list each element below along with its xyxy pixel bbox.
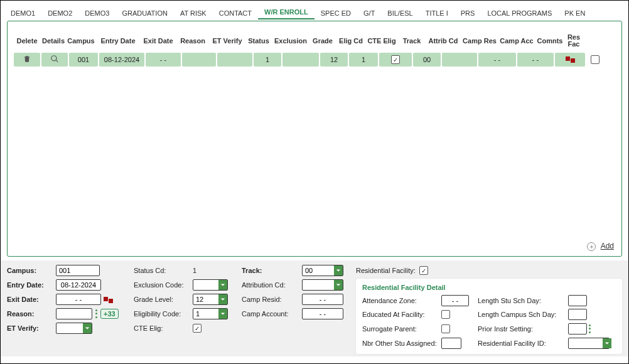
- entry-input[interactable]: [56, 279, 101, 291]
- delete-row-button[interactable]: [14, 53, 40, 67]
- form-area: Campus: Entry Date: Exit Date: Reason: E…: [1, 260, 628, 356]
- pis-input[interactable]: [568, 323, 587, 335]
- cte-checkbox[interactable]: ✓: [193, 324, 202, 333]
- cell-comments[interactable]: [555, 53, 585, 67]
- tab-graduation[interactable]: GRADUATION: [116, 6, 174, 19]
- lbl-exit: Exit Date:: [7, 296, 39, 303]
- cell-grade[interactable]: 12: [320, 53, 348, 67]
- enroll-panel: Delete Details Campus Entry Date Exit Da…: [7, 21, 622, 257]
- lbl-lsd: Length Stu Sch Day:: [478, 297, 563, 304]
- col-et-verify: ET Verify: [210, 33, 245, 49]
- campus-input[interactable]: [56, 265, 100, 276]
- col-exit: Exit Date: [141, 33, 176, 49]
- cacc-input[interactable]: [302, 308, 343, 319]
- reason-input[interactable]: [56, 308, 92, 319]
- comment-flag-icon: [566, 56, 575, 63]
- cell-cte[interactable]: ✓: [379, 53, 412, 67]
- tab-contact[interactable]: CONTACT: [213, 6, 258, 19]
- cell-camp-res[interactable]: - -: [478, 53, 516, 67]
- cell-etverify[interactable]: [217, 53, 252, 67]
- cell-camp-acc[interactable]: - -: [517, 53, 554, 67]
- status-value: 1: [193, 267, 196, 274]
- magnifier-icon: [50, 55, 59, 65]
- lsd-input[interactable]: [568, 295, 587, 306]
- no-input[interactable]: [441, 338, 461, 349]
- lbl-entry: Entry Date:: [7, 281, 44, 289]
- tab-prs[interactable]: PRS: [454, 6, 481, 19]
- tab-wr-enroll[interactable]: W/R ENROLL: [258, 4, 314, 19]
- tab-demo2[interactable]: DEMO2: [41, 6, 78, 19]
- tab-gt[interactable]: G/T: [357, 6, 381, 19]
- tab-spec-ed[interactable]: SPEC ED: [314, 6, 357, 19]
- sp-checkbox[interactable]: [441, 324, 450, 333]
- add-row-area: + Add: [587, 242, 614, 251]
- cell-entry[interactable]: 08-12-2024: [99, 53, 144, 67]
- cell-elig[interactable]: 1: [349, 53, 378, 67]
- lbl-pis: Prior Instr Setting:: [478, 325, 563, 333]
- rfid-dd[interactable]: [603, 338, 611, 348]
- cell-campus[interactable]: 001: [69, 53, 98, 67]
- tab-demo3[interactable]: DEMO3: [78, 6, 116, 19]
- etv-dd[interactable]: [83, 323, 92, 333]
- tab-demo1[interactable]: DEMO1: [4, 6, 41, 19]
- tab-bil-esl[interactable]: BIL/ESL: [381, 6, 419, 19]
- rf-detail-panel: Residential Facility Detail Attendance Z…: [356, 279, 622, 354]
- lbl-rfid: Residential Facility ID:: [478, 340, 563, 347]
- cell-track[interactable]: 00: [413, 53, 441, 67]
- col-cte: CTE Elig: [365, 33, 398, 49]
- cell-reason[interactable]: [182, 53, 216, 67]
- lcd-input[interactable]: [568, 309, 587, 320]
- details-row-button[interactable]: [41, 53, 68, 67]
- exit-flag-icon: [104, 297, 113, 303]
- col-reason: Reason: [176, 33, 210, 49]
- col-attrib: Attrib Cd: [426, 33, 461, 49]
- rf-checkbox[interactable]: ✓: [419, 266, 428, 275]
- tab-pk-en[interactable]: PK EN: [558, 6, 591, 19]
- az-input[interactable]: [441, 295, 469, 306]
- track-dd[interactable]: [334, 265, 343, 276]
- lbl-cacc: Camp Account:: [242, 310, 289, 318]
- cell-exclusion[interactable]: [282, 53, 319, 67]
- excl-dd[interactable]: [218, 280, 227, 290]
- cte-check-icon: ✓: [391, 55, 400, 64]
- ef-checkbox[interactable]: [441, 310, 450, 319]
- col-comments: Comnts: [535, 33, 565, 49]
- grade-dd[interactable]: [218, 294, 227, 304]
- res-fac-checkbox[interactable]: [591, 55, 599, 64]
- add-link[interactable]: Add: [601, 242, 614, 250]
- attr-dd[interactable]: [334, 280, 343, 290]
- lbl-campus: Campus:: [7, 267, 36, 274]
- cres-input[interactable]: [302, 294, 343, 305]
- plus-icon[interactable]: +: [587, 242, 596, 251]
- col-status: Status: [245, 33, 272, 49]
- lbl-elig: Eligibility Code:: [134, 310, 181, 318]
- col-exclusion: Exclusion: [272, 33, 309, 49]
- tab-title-i[interactable]: TITLE I: [419, 6, 454, 19]
- cell-attrib[interactable]: [442, 53, 477, 67]
- lbl-etv: ET Verify:: [7, 324, 39, 332]
- grid-header: Delete Details Campus Entry Date Exit Da…: [8, 21, 621, 53]
- lbl-attr: Attribution Cd:: [242, 281, 286, 289]
- lbl-status: Status Cd:: [134, 267, 166, 274]
- pis-more-icon[interactable]: [588, 324, 591, 334]
- trash-icon: [23, 55, 31, 65]
- lbl-track: Track:: [242, 267, 262, 274]
- lbl-reason: Reason:: [7, 310, 34, 318]
- col-camp-acc: Camp Acc: [498, 33, 535, 49]
- grid-row: 001 08-12-2024 - - 1 12 1 ✓ 00 - - - -: [8, 53, 621, 69]
- reason-chip[interactable]: +33: [100, 309, 119, 319]
- elig-dd[interactable]: [218, 309, 227, 319]
- reason-more-icon[interactable]: [95, 309, 98, 319]
- tab-local-programs[interactable]: LOCAL PROGRAMS: [481, 6, 558, 19]
- lbl-excl: Exclusion Code:: [134, 281, 184, 289]
- cell-res-fac[interactable]: [586, 53, 604, 67]
- exit-input[interactable]: [56, 294, 101, 305]
- cell-exit[interactable]: - -: [146, 53, 181, 67]
- cell-status[interactable]: 1: [254, 53, 281, 67]
- tab-at-risk[interactable]: AT RISK: [174, 6, 213, 19]
- lbl-ef: Educated At Facility:: [362, 311, 436, 318]
- lbl-sp: Surrogate Parent:: [362, 325, 436, 333]
- lbl-cte: CTE Elig:: [134, 324, 163, 332]
- col-camp-res: Camp Res: [461, 33, 498, 49]
- rf-title: Residential Facility Detail: [362, 284, 616, 291]
